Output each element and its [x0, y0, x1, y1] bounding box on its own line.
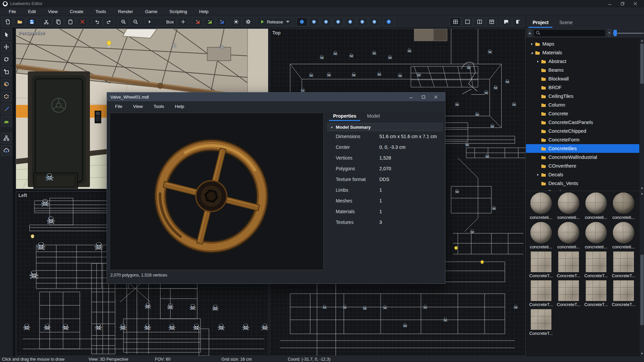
tab-scene[interactable]: Scene: [554, 18, 577, 28]
tree-item-decals_vents[interactable]: Decals_Vents: [526, 179, 639, 188]
manip-sphere-button[interactable]: [357, 17, 368, 26]
model-preview-canvas[interactable]: [110, 113, 324, 270]
zoom-in-button[interactable]: [118, 17, 129, 26]
texture-thumbnail[interactable]: ConcreteT...: [610, 280, 637, 307]
manip-sphere-button[interactable]: [369, 17, 380, 26]
paste-button[interactable]: [65, 17, 76, 26]
assets-scrollbar[interactable]: ▲ ▼: [639, 191, 644, 356]
panel-right-button[interactable]: [513, 17, 524, 26]
terrain-tool-button[interactable]: [1, 116, 12, 127]
menu-view[interactable]: View: [42, 8, 64, 15]
cut-button[interactable]: [41, 17, 52, 26]
help-button[interactable]: ?: [383, 17, 394, 26]
texture-thumbnail[interactable]: ConcreteT...: [527, 280, 555, 307]
layout-single-button[interactable]: [462, 17, 473, 26]
scroll-down-icon[interactable]: ▼: [640, 351, 644, 356]
hierarchy-tool-button[interactable]: [1, 133, 12, 143]
tree-collapsed-caret-icon[interactable]: [535, 59, 540, 64]
dialog-minimize-button[interactable]: [409, 95, 413, 99]
material-thumbnail[interactable]: concreteti...: [555, 222, 582, 249]
material-thumbnail[interactable]: concreteti...: [527, 222, 555, 249]
scroll-down-icon[interactable]: ▼: [640, 186, 644, 191]
ramp-red-button[interactable]: [192, 17, 203, 26]
material-thumbnail[interactable]: concreteti...: [610, 222, 637, 249]
dialog-menu-view[interactable]: View: [128, 103, 148, 110]
tree-collapsed-caret-icon[interactable]: [535, 172, 540, 177]
layout-2col-button[interactable]: [474, 17, 485, 26]
manip-sphere-button[interactable]: [309, 17, 320, 26]
texture-thumbnail[interactable]: ConcreteT...: [527, 251, 555, 278]
material-thumbnail[interactable]: concreteti...: [555, 192, 582, 220]
texture-thumbnail[interactable]: ConcreteT...: [555, 280, 582, 307]
tree-item-concretewallindustrial[interactable]: ConcreteWallIndustrial: [526, 153, 639, 162]
tree-item-abstract[interactable]: Abstract: [526, 57, 639, 66]
texture-thumbnail[interactable]: ConcreteT...: [555, 251, 582, 278]
dialog-titlebar[interactable]: Valve_Wheel01.mdl: [107, 93, 445, 101]
close-button[interactable]: [633, 2, 637, 6]
scale-tool-button[interactable]: [1, 66, 12, 77]
tree-item-converthere[interactable]: COnverthere: [526, 162, 639, 170]
gear-button[interactable]: [243, 17, 254, 26]
layout-tsplit-button[interactable]: [486, 17, 497, 26]
tree-item-developer[interactable]: Developer: [526, 188, 639, 191]
tree-item-concreteform[interactable]: ConcreteForm: [526, 135, 639, 144]
ramp-blue-button[interactable]: [216, 17, 227, 26]
minimize-button[interactable]: [608, 2, 612, 6]
save-button[interactable]: [26, 17, 37, 26]
model-summary-header[interactable]: Model Summary: [327, 123, 443, 131]
tree-item-beams[interactable]: Beams: [526, 66, 639, 74]
face-select-tool-button[interactable]: [1, 79, 12, 89]
material-thumbnail[interactable]: concreteti...: [610, 192, 637, 220]
thumbnail-size-slider[interactable]: [613, 29, 644, 37]
tree-item-materials[interactable]: Materials: [526, 48, 639, 57]
copy-button[interactable]: [53, 17, 64, 26]
layout-quad-button[interactable]: [450, 17, 461, 26]
build-release-button[interactable]: Release: [257, 17, 293, 26]
panel-bottom-button[interactable]: [500, 17, 512, 26]
scrollbar-thumb[interactable]: [640, 44, 644, 84]
dialog-tab-model[interactable]: Model: [362, 112, 384, 121]
material-thumbnail[interactable]: concreteti...: [527, 192, 555, 220]
material-thumbnail[interactable]: concreteti...: [582, 222, 610, 249]
window-titlebar[interactable]: Leadwerks Editor: [0, 0, 644, 7]
sun-button[interactable]: [230, 17, 241, 26]
tree-item-blockwall[interactable]: Blockwall: [526, 74, 639, 83]
manip-sphere-button[interactable]: [321, 17, 332, 26]
dialog-maximize-button[interactable]: [422, 95, 425, 99]
sphere-solid-button[interactable]: [297, 17, 308, 26]
ramp-green-button[interactable]: [204, 17, 215, 26]
scrollbar-thumb[interactable]: [640, 255, 644, 325]
primitive-box-button[interactable]: Box: [144, 17, 176, 26]
menu-edit[interactable]: Edit: [22, 8, 42, 15]
menu-help[interactable]: Help: [193, 8, 215, 15]
tab-project[interactable]: Project: [528, 18, 553, 28]
move-tool-button[interactable]: [1, 42, 12, 52]
slider-thumb[interactable]: [613, 30, 617, 36]
texture-thumbnail[interactable]: ConcreteT...: [582, 280, 610, 307]
dialog-close-button[interactable]: [434, 95, 438, 99]
menu-tools[interactable]: Tools: [90, 8, 112, 15]
tree-item-concrete[interactable]: Concrete: [526, 109, 639, 118]
vertex-select-tool-button[interactable]: [1, 91, 12, 102]
plus-button[interactable]: [177, 17, 189, 26]
tree-item-concretechipped[interactable]: ConcreteChipped: [526, 127, 639, 135]
menu-create[interactable]: Create: [64, 8, 90, 15]
scroll-up-icon[interactable]: ▲: [640, 38, 644, 43]
manip-sphere-button[interactable]: [345, 17, 356, 26]
search-input[interactable]: [543, 30, 604, 36]
restore-button[interactable]: [621, 2, 625, 6]
rotate-tool-button[interactable]: [1, 54, 12, 65]
menu-render[interactable]: Render: [112, 8, 139, 15]
new-file-button[interactable]: [2, 17, 13, 26]
tree-item-concretecastpanels[interactable]: ConcreteCastPanels: [526, 118, 639, 127]
redo-button[interactable]: [103, 17, 114, 26]
paint-tool-button[interactable]: [1, 104, 12, 114]
menu-scripting[interactable]: Scripting: [163, 8, 193, 15]
search-filter-caret[interactable]: [607, 29, 611, 37]
dialog-menu-help[interactable]: Help: [169, 103, 190, 110]
material-thumbnail[interactable]: concreteti...: [582, 192, 610, 220]
tree-item-decals[interactable]: Decals: [526, 170, 639, 179]
cursor-tool-button[interactable]: [1, 29, 12, 40]
zoom-out-button[interactable]: [130, 17, 141, 26]
tree-item-maps[interactable]: Maps: [526, 40, 639, 48]
